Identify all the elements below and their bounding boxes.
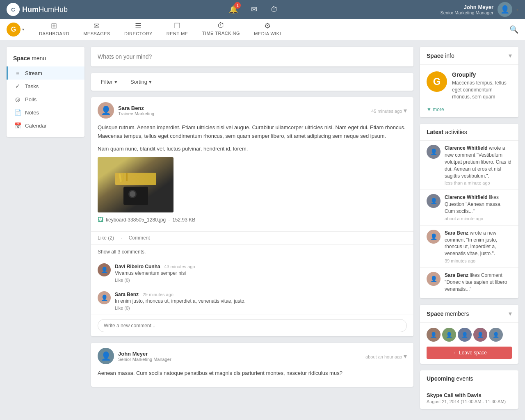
nav-item-messages[interactable]: ✉ MESSAGES bbox=[77, 18, 117, 41]
activity-time: 39 minutes ago bbox=[445, 258, 512, 263]
sorting-button[interactable]: Sorting bbox=[127, 77, 155, 87]
space-button[interactable]: G bbox=[7, 23, 21, 37]
leave-label: Leave space bbox=[459, 350, 487, 356]
comment-body: Davi Ribeiro Cunha 43 minutes ago Vivamu… bbox=[115, 263, 407, 283]
messages-button[interactable]: ✉ bbox=[247, 3, 260, 16]
post-card-2: 👤 John Meyer Senior Marketing Manager ab… bbox=[91, 343, 413, 387]
tasks-icon: ✓ bbox=[14, 83, 21, 89]
sidebar-item-stream[interactable]: ≡ Stream bbox=[7, 66, 84, 80]
latest-activities-header: Latest activities bbox=[420, 124, 518, 141]
latest-activities-card: Latest activities 👤 Clarence Whitfield w… bbox=[420, 124, 518, 298]
activity-item: 👤 Clarence Whitfield likes Question "Aen… bbox=[420, 190, 518, 225]
sidebar-item-calendar[interactable]: 📅 Calendar bbox=[7, 119, 84, 132]
top-nav-center: 🔔 1 ✉ ⏱ bbox=[227, 3, 281, 16]
nav-item-rent-me[interactable]: ☐ RENT ME bbox=[160, 18, 195, 41]
post-image-inner bbox=[98, 157, 173, 212]
member-avatar[interactable]: 👤 bbox=[427, 328, 441, 342]
activity-content: Clarence Whitfield wrote a new comment "… bbox=[445, 145, 512, 185]
post-header: 👤 Sara Benz Trainee Marketing 45 minutes… bbox=[91, 97, 413, 123]
main-layout: Space menu ≡ Stream ✓ Tasks ◎ Polls 📄 No… bbox=[0, 40, 525, 420]
author-name-2: John Meyer bbox=[118, 351, 171, 357]
comment-time: 29 minutes ago bbox=[143, 292, 173, 297]
comment-text: In enim justo, rhoncus ut, imperdiet a, … bbox=[115, 298, 407, 304]
author-info-2: John Meyer Senior Marketing Manager bbox=[118, 351, 171, 362]
notifications-button[interactable]: 🔔 1 bbox=[227, 3, 240, 16]
nav-item-directory-label: DIRECTORY bbox=[124, 31, 153, 36]
activity-avatar: 👤 bbox=[427, 145, 441, 159]
comment-time: 43 minutes ago bbox=[164, 264, 195, 269]
nav-item-media-wiki[interactable]: ⚙ MEDIA WIKI bbox=[247, 18, 288, 41]
nav-item-time-tracking[interactable]: ⏱ TIME TRACKING bbox=[196, 18, 247, 41]
leave-space-button[interactable]: → Leave space bbox=[427, 347, 512, 359]
space-info-body: G Groupify Maecenas tempus, tellus eget … bbox=[420, 65, 518, 107]
space-members-title: Space members bbox=[427, 310, 469, 317]
nav-item-directory[interactable]: ☰ DIRECTORY bbox=[118, 18, 159, 41]
sidebar-item-tasks[interactable]: ✓ Tasks bbox=[7, 80, 84, 93]
filter-bar: Filter Sorting bbox=[91, 73, 413, 91]
secondary-nav-left: G ⊞ DASHBOARD ✉ MESSAGES ☰ DIRECTORY ☐ R… bbox=[7, 18, 288, 41]
main-content: Filter Sorting 👤 Sara Benz Trainee Marke… bbox=[91, 47, 413, 415]
show-all-comments[interactable]: Show all 3 comments. bbox=[91, 245, 413, 259]
commenter-avatar: 👤 bbox=[98, 291, 111, 304]
collapse-post-2-button[interactable]: ▾ bbox=[404, 353, 407, 360]
activity-text: Sara Benz likes Comment "Donec vitae sap… bbox=[445, 272, 512, 292]
user-dropdown-arrow[interactable] bbox=[516, 7, 518, 12]
member-avatar[interactable]: 👤 bbox=[489, 328, 503, 342]
sidebar-item-polls[interactable]: ◎ Polls bbox=[7, 93, 84, 106]
rent-me-icon: ☐ bbox=[174, 21, 181, 30]
action-separator: · bbox=[121, 235, 122, 241]
avatar[interactable]: 👤 bbox=[498, 2, 512, 17]
nav-item-time-tracking-label: TIME TRACKING bbox=[202, 31, 240, 36]
nav-item-dashboard[interactable]: ⊞ DASHBOARD bbox=[32, 18, 76, 41]
space-members-collapse-button[interactable] bbox=[509, 310, 512, 317]
clock-icon: ⏱ bbox=[271, 5, 278, 14]
post-header-2: 👤 John Meyer Senior Marketing Manager ab… bbox=[91, 343, 413, 369]
space-more-link[interactable]: ▼ more bbox=[420, 107, 518, 117]
notes-icon: 📄 bbox=[14, 109, 21, 116]
app-name: HumHumHub bbox=[22, 5, 68, 14]
camera-shape bbox=[123, 187, 148, 205]
like-button[interactable]: Like (2) bbox=[98, 235, 114, 241]
new-comment-input[interactable] bbox=[98, 319, 407, 332]
stream-icon: ≡ bbox=[14, 70, 21, 76]
member-avatar[interactable]: 👤 bbox=[473, 328, 487, 342]
comment-item: 👤 Sara Benz 29 minutes ago In enim justo… bbox=[91, 287, 413, 315]
secondary-navigation: G ⊞ DASHBOARD ✉ MESSAGES ☰ DIRECTORY ☐ R… bbox=[0, 19, 525, 40]
comment-like-button[interactable]: Like (0) bbox=[115, 278, 407, 283]
activity-time: about a minute ago bbox=[445, 216, 512, 221]
post-text-3: Aenean massa. Cum sociis natoque penatib… bbox=[98, 369, 407, 378]
post-card: 👤 Sara Benz Trainee Marketing 45 minutes… bbox=[91, 97, 413, 336]
search-button[interactable]: 🔍 bbox=[509, 25, 518, 34]
filter-button[interactable]: Filter bbox=[98, 77, 121, 87]
user-area: John Meyer Senior Marketing Manager 👤 bbox=[440, 2, 518, 17]
sidebar-title: Space menu bbox=[7, 52, 84, 66]
space-description: Groupify Maecenas tempus, tellus eget co… bbox=[452, 71, 512, 100]
settings-button[interactable]: ⏱ bbox=[268, 3, 281, 16]
author-avatar: 👤 bbox=[98, 102, 114, 119]
space-members-card: Space members 👤 👤 👤 👤 👤 → Leave space bbox=[420, 305, 518, 364]
calendar-icon: 📅 bbox=[14, 122, 21, 129]
post-text-2: Nam quam nunc, blandit vel, luctus pulvi… bbox=[98, 145, 407, 153]
member-avatar[interactable]: 👤 bbox=[442, 328, 456, 342]
space-info-collapse-button[interactable] bbox=[509, 52, 512, 59]
post-author-2: 👤 John Meyer Senior Marketing Manager bbox=[98, 348, 171, 364]
post-input-box bbox=[91, 47, 413, 66]
sidebar-item-stream-label: Stream bbox=[25, 70, 42, 76]
space-info-header: Space info bbox=[420, 47, 518, 65]
comment-like-button[interactable]: Like (0) bbox=[115, 306, 407, 310]
event-title: Skype Call with Davis bbox=[427, 392, 512, 398]
new-comment-row bbox=[91, 315, 413, 336]
right-panel: Space info G Groupify Maecenas tempus, t… bbox=[420, 47, 518, 415]
activity-content: Clarence Whitfield likes Question "Aenea… bbox=[445, 194, 512, 221]
post-input-field[interactable] bbox=[91, 47, 413, 66]
post-author: 👤 Sara Benz Trainee Marketing bbox=[98, 102, 154, 119]
sidebar-item-notes[interactable]: 📄 Notes bbox=[7, 106, 84, 119]
post-body-2: Aenean massa. Cum sociis natoque penatib… bbox=[91, 369, 413, 387]
media-wiki-icon: ⚙ bbox=[264, 21, 271, 30]
nav-item-rent-me-label: RENT ME bbox=[167, 31, 188, 36]
comment-button[interactable]: Comment bbox=[129, 235, 150, 241]
member-avatar[interactable]: 👤 bbox=[458, 328, 472, 342]
post-time: 45 minutes ago ▾ bbox=[371, 107, 407, 114]
collapse-post-button[interactable]: ▾ bbox=[404, 107, 407, 114]
space-dropdown-arrow[interactable] bbox=[22, 27, 24, 32]
